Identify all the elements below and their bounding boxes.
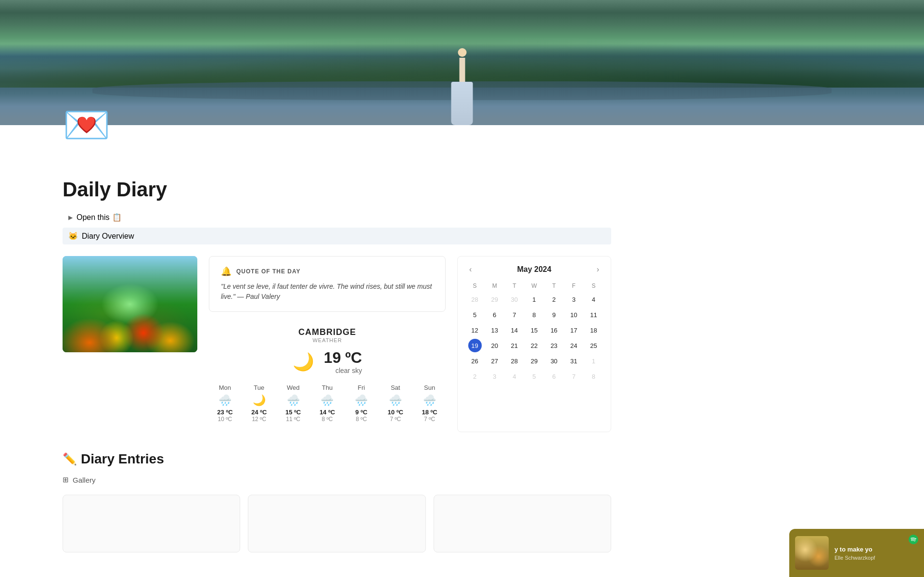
weather-days-grid: Mon 🌧️ 23 ºC 10 ºC Tue 🌙 24 ºC 12 ºC Wed… xyxy=(209,382,446,424)
cal-cell-w3d1[interactable]: 20 xyxy=(488,339,501,352)
cal-cell-w2d2[interactable]: 14 xyxy=(508,323,521,337)
cal-cell-w3d2[interactable]: 21 xyxy=(508,339,521,352)
spotify-title: y to make yo xyxy=(834,546,918,553)
cal-cell-w5d4[interactable]: 6 xyxy=(547,370,561,383)
cal-cell-w3d4[interactable]: 23 xyxy=(547,339,561,352)
gallery-grid xyxy=(63,495,611,552)
cal-cell-w4d2[interactable]: 28 xyxy=(508,354,521,368)
quote-box: 🔔 QUOTE OF THE DAY "Le vent se leve, il … xyxy=(209,256,446,312)
cal-cell-w4d4[interactable]: 30 xyxy=(547,354,561,368)
cal-cell-w1d3[interactable]: 8 xyxy=(527,308,541,321)
cal-cell-w5d6[interactable]: 8 xyxy=(587,370,600,383)
calendar-next-button[interactable]: › xyxy=(593,264,603,275)
cal-cell-w1d1[interactable]: 6 xyxy=(488,308,501,321)
calendar-grid: SMTWTFS282930123456789101112131415161718… xyxy=(465,281,603,384)
cal-cell-w2d5[interactable]: 17 xyxy=(567,323,580,337)
diary-image xyxy=(63,256,197,352)
calendar-title: May 2024 xyxy=(517,265,551,274)
cal-cell-w0d6[interactable]: 4 xyxy=(587,293,600,306)
spotify-info: y to make yo Elle Schwarzkopf xyxy=(834,546,918,561)
gallery-label-text: Gallery xyxy=(73,476,96,484)
cal-cell-w5d3[interactable]: 5 xyxy=(527,370,541,383)
cal-cell-w0d0[interactable]: 28 xyxy=(468,293,482,306)
weather-day-sat: Sat 🌧️ 10 ºC 7 ºC xyxy=(379,382,411,424)
cal-cell-w3d5[interactable]: 24 xyxy=(567,339,580,352)
quote-bell-icon: 🔔 xyxy=(221,266,231,277)
cal-cell-w4d5[interactable]: 31 xyxy=(567,354,580,368)
weather-day-mon: Mon 🌧️ 23 ºC 10 ºC xyxy=(209,382,241,424)
gallery-card-1[interactable] xyxy=(63,495,240,552)
calendar-box: ‹ May 2024 › SMTWTFS28293012345678910111… xyxy=(457,256,611,432)
weather-day-wed: Wed 🌧️ 15 ºC 11 ºC xyxy=(277,382,309,424)
cal-dow-t: T xyxy=(505,281,524,291)
cal-dow-t: T xyxy=(545,281,564,291)
cal-cell-w5d5[interactable]: 7 xyxy=(567,370,580,383)
spotify-artist: Elle Schwarzkopf xyxy=(834,555,918,561)
cal-dow-w: W xyxy=(525,281,543,291)
cal-cell-w2d1[interactable]: 13 xyxy=(488,323,501,337)
weather-main-icon: 🌙 xyxy=(293,352,314,372)
cal-cell-w2d0[interactable]: 12 xyxy=(468,323,482,337)
spotify-icon xyxy=(909,535,918,547)
calendar-prev-button[interactable]: ‹ xyxy=(465,264,475,275)
middle-panel: 🔔 QUOTE OF THE DAY "Le vent se leve, il … xyxy=(209,256,446,432)
cal-cell-w0d1[interactable]: 29 xyxy=(488,293,501,306)
weather-day-thu: Thu 🌧️ 14 ºC 8 ºC xyxy=(311,382,344,424)
cal-cell-w4d1[interactable]: 27 xyxy=(488,354,501,368)
cal-cell-w1d6[interactable]: 11 xyxy=(587,308,600,321)
cal-cell-w0d5[interactable]: 3 xyxy=(567,293,580,306)
cal-cell-w0d4[interactable]: 2 xyxy=(547,293,561,306)
weather-label: WEATHER xyxy=(209,337,446,343)
cal-cell-w4d3[interactable]: 29 xyxy=(527,354,541,368)
cal-cell-w2d4[interactable]: 16 xyxy=(547,323,561,337)
cal-cell-w5d0[interactable]: 2 xyxy=(468,370,482,383)
cal-cell-w2d3[interactable]: 15 xyxy=(527,323,541,337)
cal-cell-w3d3[interactable]: 22 xyxy=(527,339,541,352)
spotify-thumbnail xyxy=(795,536,829,570)
gallery-grid-icon: ⊞ xyxy=(63,475,69,484)
open-this-emoji: 📋 xyxy=(112,213,122,222)
weather-desc: clear sky xyxy=(324,367,362,374)
quote-title: QUOTE OF THE DAY xyxy=(236,268,301,275)
cal-dow-s: S xyxy=(465,281,484,291)
page-icon: 💌 xyxy=(63,106,924,144)
weather-day-fri: Fri 🌧️ 9 ºC 8 ºC xyxy=(345,382,377,424)
cal-dow-m: M xyxy=(485,281,504,291)
weather-day-tue: Tue 🌙 24 ºC 12 ºC xyxy=(243,382,275,424)
diary-entries-icon: ✏️ xyxy=(63,452,77,466)
diary-overview-emoji: 🐱 xyxy=(68,231,78,241)
diary-overview-toggle[interactable]: 🐱 Diary Overview xyxy=(63,228,611,244)
cal-cell-w1d5[interactable]: 10 xyxy=(567,308,580,321)
cal-cell-w1d2[interactable]: 7 xyxy=(508,308,521,321)
cal-cell-w1d0[interactable]: 5 xyxy=(468,308,482,321)
cal-cell-w3d0[interactable]: 19 xyxy=(468,339,482,352)
diary-entries-section: ✏️ Diary Entries ⊞ Gallery xyxy=(63,451,611,552)
cal-cell-w0d2[interactable]: 30 xyxy=(508,293,521,306)
cal-cell-w2d6[interactable]: 18 xyxy=(587,323,600,337)
cal-cell-w1d4[interactable]: 9 xyxy=(547,308,561,321)
cal-cell-w5d2[interactable]: 4 xyxy=(508,370,521,383)
cal-dow-s: S xyxy=(584,281,603,291)
cal-cell-w4d6[interactable]: 1 xyxy=(587,354,600,368)
page-title: Daily Diary xyxy=(63,178,611,201)
weather-day-sun: Sun 🌧️ 18 ºC 7 ºC xyxy=(413,382,446,424)
cal-cell-w4d0[interactable]: 26 xyxy=(468,354,482,368)
open-this-label: Open this xyxy=(77,213,109,222)
toggle-arrow-open: ▶ xyxy=(68,214,73,221)
weather-temp-main: 19 ºC xyxy=(324,349,362,367)
quote-text: "Le vent se leve, il faut tenter de vivr… xyxy=(221,282,434,302)
gallery-card-3[interactable] xyxy=(434,495,611,552)
cal-cell-w3d6[interactable]: 25 xyxy=(587,339,600,352)
gallery-label-row[interactable]: ⊞ Gallery xyxy=(63,473,611,487)
weather-box: CAMBRIDGE WEATHER 🌙 19 ºC clear sky Mon … xyxy=(209,320,446,432)
diary-entries-title: Diary Entries xyxy=(81,451,164,467)
diary-overview-label: Diary Overview xyxy=(82,232,134,241)
cal-dow-f: F xyxy=(565,281,583,291)
cal-cell-w0d3[interactable]: 1 xyxy=(527,293,541,306)
weather-city: CAMBRIDGE xyxy=(209,327,446,337)
open-this-toggle[interactable]: ▶ Open this 📋 xyxy=(63,209,611,226)
spotify-player[interactable]: y to make yo Elle Schwarzkopf xyxy=(789,529,924,572)
cal-cell-w5d1[interactable]: 3 xyxy=(488,370,501,383)
gallery-card-2[interactable] xyxy=(248,495,425,552)
